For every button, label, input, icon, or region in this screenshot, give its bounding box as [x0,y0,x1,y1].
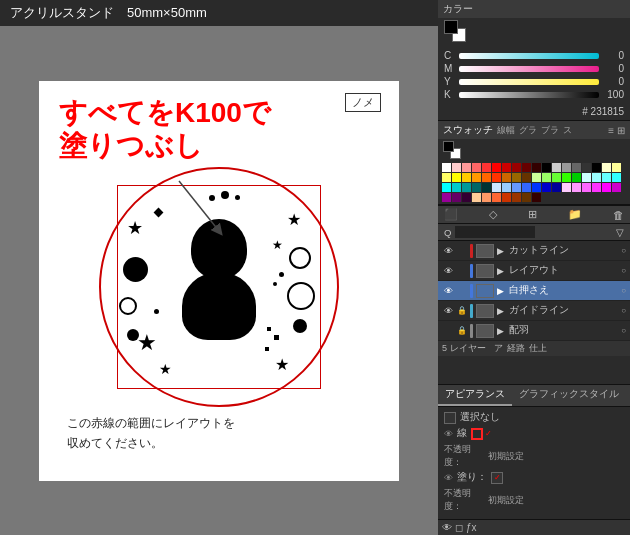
swatch-cell[interactable] [562,163,571,172]
swatches-list-icon[interactable]: ≡ [608,125,614,136]
k-slider[interactable] [459,92,599,98]
swatch-cell[interactable] [472,193,481,202]
bottom-bar-square[interactable]: ◻ [455,522,463,533]
swatch-cell[interactable] [552,163,561,172]
layer-lock-4[interactable]: 🔒 [457,326,467,335]
swatch-cell[interactable] [552,173,561,182]
swatch-cell[interactable] [462,193,471,202]
swatch-cell[interactable] [452,163,461,172]
swatch-cell[interactable] [442,183,451,192]
layer-expand-0[interactable]: ▶ [497,246,504,256]
swatch-cell[interactable] [512,163,521,172]
swatch-cell[interactable] [552,183,561,192]
swatch-cell[interactable] [592,183,601,192]
swatch-cell[interactable] [522,163,531,172]
swatch-tab-3[interactable]: グラ [519,124,537,137]
swatch-cell[interactable] [522,193,531,202]
swatch-cell[interactable] [452,183,461,192]
graphics-style-tab[interactable]: グラフィックスタイル [512,385,626,406]
c-slider[interactable] [459,53,599,59]
swatch-cell[interactable] [462,163,471,172]
layer-eye-1[interactable]: 👁 [442,266,454,276]
bottom-bar-fx[interactable]: ƒx [466,522,477,533]
swatch-cell[interactable] [602,183,611,192]
appearance-tab[interactable]: アピアランス [438,385,512,406]
swatch-cell[interactable] [502,173,511,182]
swatch-cell[interactable] [572,173,581,182]
swatch-cell[interactable] [502,163,511,172]
swatch-cell[interactable] [472,173,481,182]
layer-row[interactable]: 👁 🔒 ▶ ガイドライン ○ [438,301,630,321]
swatch-cell[interactable] [612,183,621,192]
swatch-cell[interactable] [452,193,461,202]
eye-icon-stroke[interactable]: 👁 [444,429,453,439]
swatch-cell[interactable] [562,173,571,182]
swatch-cell[interactable] [492,183,501,192]
swatch-cell[interactable] [602,173,611,182]
swatch-cell[interactable] [472,163,481,172]
swatch-cell[interactable] [532,173,541,182]
swatch-cell[interactable] [492,193,501,202]
layer-expand-1[interactable]: ▶ [497,266,504,276]
swatch-cell[interactable] [572,163,581,172]
swatch-cell[interactable] [502,183,511,192]
fill-swatch[interactable]: ✓ [491,472,503,484]
swatch-cell[interactable] [492,173,501,182]
swatch-cell[interactable] [592,173,601,182]
swatch-cell[interactable] [612,163,621,172]
layer-row[interactable]: 👁 ▶ 白押さえ ○ [438,281,630,301]
swatch-cell[interactable] [482,193,491,202]
swatch-cell[interactable] [522,173,531,182]
swatch-cell[interactable] [602,163,611,172]
swatch-cell[interactable] [542,173,551,182]
tool-3[interactable]: ⊞ [528,208,537,221]
swatch-cell[interactable] [562,183,571,192]
swatch-cell[interactable] [532,163,541,172]
foreground-swatch[interactable] [444,20,458,34]
layer-eye-0[interactable]: 👁 [442,246,454,256]
bottom-bar-eye[interactable]: 👁 [442,522,452,533]
swatch-cell[interactable] [512,193,521,202]
swatch-cell[interactable] [582,173,591,182]
swatch-cell[interactable] [512,173,521,182]
layer-eye-2[interactable]: 👁 [442,286,454,296]
layer-row[interactable]: 👁 ▶ レイアウト ○ [438,261,630,281]
swatch-cell[interactable] [582,163,591,172]
swatch-cell[interactable] [612,173,621,182]
swatch-cell[interactable] [492,163,501,172]
layers-filter-icon[interactable]: ▽ [616,227,624,238]
swatch-cell[interactable] [512,183,521,192]
swatch-cell[interactable] [532,193,541,202]
layer-expand-4[interactable]: ▶ [497,326,504,336]
swatch-cell[interactable] [572,183,581,192]
layer-eye-3[interactable]: 👁 [442,306,454,316]
swatch-cell[interactable] [452,173,461,182]
layer-lock-3[interactable]: 🔒 [457,306,467,315]
swatch-cell[interactable] [442,173,451,182]
swatch-cell[interactable] [522,183,531,192]
swatch-cell[interactable] [442,193,451,202]
layer-row[interactable]: 👁 ▶ カットライン ○ [438,241,630,261]
swatch-cell[interactable] [502,193,511,202]
fg-bg-swatches[interactable] [444,20,466,42]
tool-2[interactable]: ◇ [489,208,497,221]
swatch-cell[interactable] [442,163,451,172]
swatch-cell[interactable] [592,163,601,172]
y-slider[interactable] [459,79,599,85]
swatch-fg-bg[interactable] [443,141,461,159]
swatch-cell[interactable] [482,183,491,192]
layer-row[interactable]: 🔒 ▶ 配羽 ○ [438,321,630,341]
tool-1[interactable]: ⬛ [444,208,458,221]
layers-search-input[interactable] [455,226,535,238]
swatch-cell[interactable] [482,163,491,172]
m-slider[interactable] [459,66,599,72]
swatches-grid-icon[interactable]: ⊞ [617,125,625,136]
swatch-cell[interactable] [472,183,481,192]
swatch-cell[interactable] [542,163,551,172]
eye-icon-fill[interactable]: 👁 [444,473,453,483]
tool-5[interactable]: 🗑 [613,209,624,221]
swatch-cell[interactable] [582,183,591,192]
swatch-tab-4[interactable]: ブラ [541,124,559,137]
swatch-cell[interactable] [462,183,471,192]
layer-expand-2[interactable]: ▶ [497,286,504,296]
